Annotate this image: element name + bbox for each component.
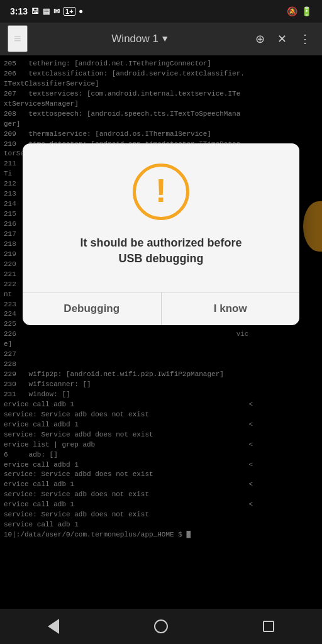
toolbar-title-area: Window 1 ▼ <box>28 33 252 45</box>
back-icon <box>48 619 59 634</box>
window-title: Window 1 <box>111 33 158 45</box>
modal-overlay: ! It should be authorized beforeUSB debu… <box>0 55 322 609</box>
back-button[interactable] <box>35 613 72 640</box>
exclamation-icon: ! <box>155 174 166 207</box>
warning-icon-circle: ! <box>133 164 189 220</box>
dropdown-arrow-icon[interactable]: ▼ <box>162 34 167 44</box>
badge-icon: 1+ <box>64 7 75 16</box>
modal-message: It should be authorized beforeUSB debugg… <box>80 235 242 267</box>
home-icon <box>154 619 168 633</box>
status-left: 3:13 🖫 ▤ ✉ 1+ • <box>10 5 83 18</box>
notification-icon: ✉ <box>53 7 60 16</box>
time-display: 3:13 <box>10 6 28 16</box>
recents-icon <box>263 621 274 632</box>
toolbar: ≡ Window 1 ▼ ⊕ ✕ ⋮ <box>0 23 322 55</box>
hamburger-menu-button[interactable]: ≡ <box>8 25 28 52</box>
status-bar: 3:13 🖫 ▤ ✉ 1+ • 🔕 🔋 <box>0 0 322 23</box>
modal-body: ! It should be authorized beforeUSB debu… <box>23 143 299 287</box>
modal-buttons: Debugging I know <box>23 292 299 325</box>
close-button[interactable]: ✕ <box>274 28 291 50</box>
add-window-button[interactable]: ⊕ <box>252 28 269 50</box>
navigation-bar <box>0 609 322 644</box>
status-right: 🔕 🔋 <box>287 6 312 17</box>
home-button[interactable] <box>142 613 180 640</box>
debugging-button[interactable]: Debugging <box>23 292 161 325</box>
toolbar-actions: ⊕ ✕ ⋮ <box>252 28 314 50</box>
sd-card-icon: ▤ <box>43 7 50 16</box>
bell-mute-icon: 🔕 <box>287 6 297 17</box>
modal-dialog: ! It should be authorized beforeUSB debu… <box>23 143 299 325</box>
i-know-button[interactable]: I know <box>162 292 300 325</box>
battery-icon: 🔋 <box>301 6 312 17</box>
dot-icon: • <box>79 5 83 18</box>
more-options-button[interactable]: ⋮ <box>296 28 314 50</box>
sim-icon: 🖫 <box>31 7 39 16</box>
recents-button[interactable] <box>250 614 287 638</box>
